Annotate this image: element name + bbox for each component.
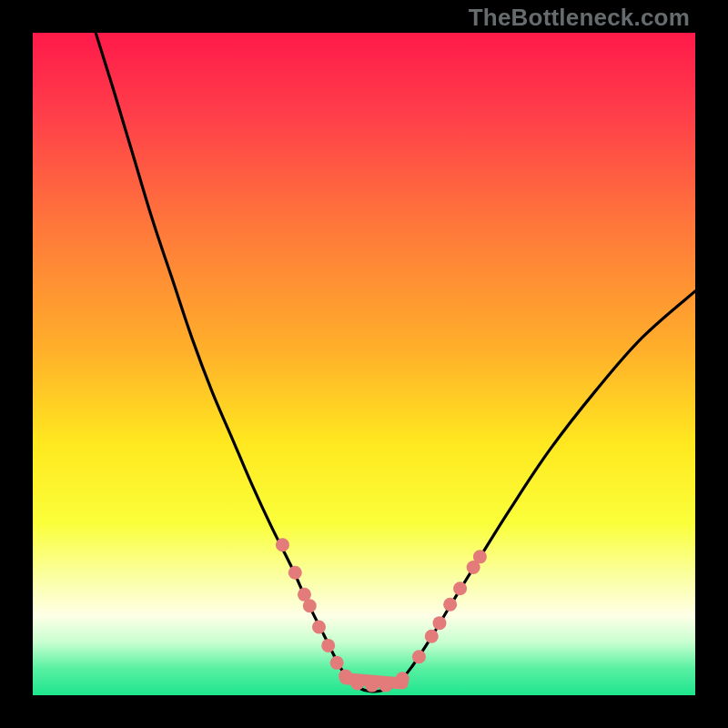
- data-marker: [321, 639, 335, 652]
- data-marker: [350, 676, 364, 690]
- bottleneck-curve: [33, 33, 695, 695]
- data-marker: [443, 598, 457, 612]
- data-marker: [453, 581, 467, 595]
- data-marker: [276, 538, 289, 551]
- data-marker: [365, 679, 379, 693]
- data-marker: [288, 566, 302, 580]
- plot-area: [33, 33, 695, 695]
- data-marker: [339, 669, 352, 682]
- data-marker: [412, 650, 426, 663]
- data-marker: [425, 630, 439, 643]
- watermark-text: TheBottleneck.com: [469, 4, 690, 32]
- data-marker: [379, 679, 393, 693]
- data-marker: [303, 599, 317, 612]
- data-marker: [432, 616, 446, 630]
- data-marker: [312, 621, 326, 634]
- data-marker: [396, 672, 410, 685]
- data-marker: [330, 656, 344, 670]
- data-marker: [473, 550, 487, 563]
